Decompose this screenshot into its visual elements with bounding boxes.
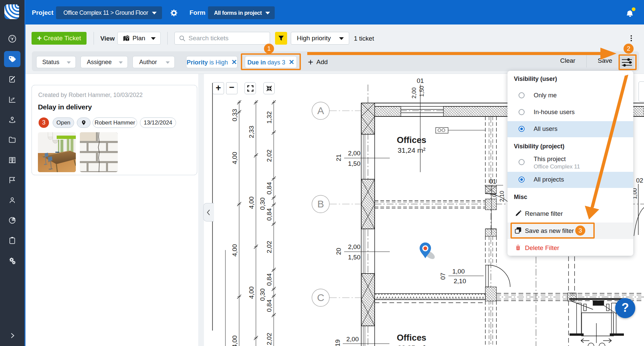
- svg-text:01: 01: [489, 178, 496, 185]
- svg-text:20: 20: [335, 248, 342, 255]
- svg-text:31,24 m²: 31,24 m²: [398, 146, 426, 154]
- svg-text:02: 02: [636, 177, 643, 184]
- svg-text:4,00: 4,00: [231, 152, 238, 164]
- svg-text:Offices: Offices: [397, 135, 426, 145]
- svg-text:4,00: 4,00: [231, 336, 238, 346]
- svg-text:4,00: 4,00: [248, 287, 255, 299]
- svg-text:1,50: 1,50: [348, 254, 361, 261]
- svg-text:0,30: 0,30: [259, 198, 266, 210]
- svg-text:1,00: 1,00: [452, 268, 465, 275]
- svg-text:2,00: 2,00: [346, 336, 359, 343]
- svg-text:21: 21: [335, 154, 342, 161]
- svg-text:0,33: 0,33: [231, 109, 238, 121]
- svg-text:4,00: 4,00: [231, 244, 238, 257]
- svg-text:0,84: 0,84: [266, 299, 273, 312]
- svg-text:B: B: [317, 198, 324, 209]
- svg-text:2,02: 2,02: [266, 333, 273, 345]
- svg-text:A: A: [317, 105, 324, 116]
- svg-text:1,32: 1,32: [266, 111, 273, 124]
- svg-text:07: 07: [439, 273, 446, 280]
- svg-text:2,02: 2,02: [266, 150, 273, 162]
- svg-text:2,02: 2,02: [266, 241, 273, 253]
- svg-text:2,00: 2,00: [348, 150, 361, 157]
- svg-text:2,10: 2,10: [454, 278, 466, 285]
- svg-text:1,50: 1,50: [348, 160, 361, 167]
- svg-text:19: 19: [334, 339, 341, 346]
- svg-text:2,10: 2,10: [499, 191, 505, 202]
- svg-text:32,85 m²: 32,85 m²: [398, 344, 426, 346]
- svg-text:Offices: Offices: [397, 333, 426, 343]
- svg-text:0,30: 0,30: [259, 289, 266, 301]
- svg-text:2,00: 2,00: [348, 243, 361, 250]
- svg-text:2,33: 2,33: [248, 126, 255, 138]
- svg-text:01: 01: [417, 77, 424, 84]
- svg-text:0,84: 0,84: [266, 208, 273, 220]
- svg-text:4,00: 4,00: [248, 197, 255, 209]
- svg-text:1,50: 1,50: [419, 86, 425, 97]
- svg-text:C: C: [317, 292, 324, 303]
- svg-text:2,00: 2,00: [411, 87, 417, 98]
- svg-text:0,84: 0,84: [266, 182, 273, 194]
- svg-text:0,84: 0,84: [266, 273, 273, 286]
